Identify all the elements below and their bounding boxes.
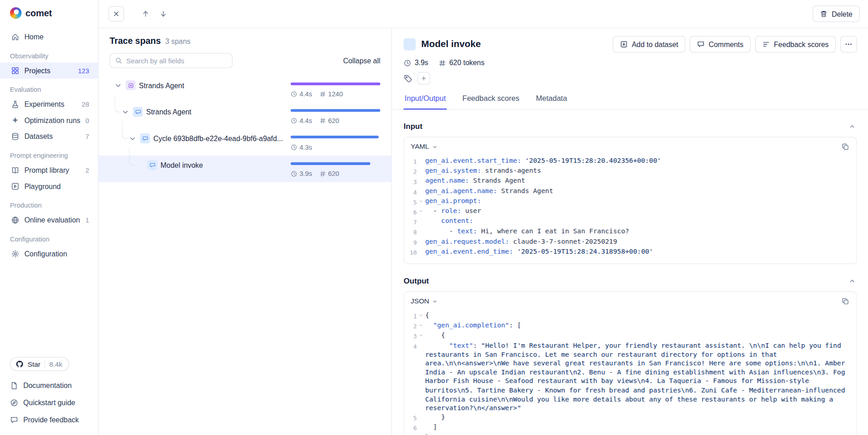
comet-logo[interactable]: comet bbox=[0, 0, 98, 24]
line-number: 4 bbox=[407, 186, 417, 196]
play-icon bbox=[11, 182, 19, 190]
github-star-button[interactable]: Star 8.4k bbox=[10, 357, 69, 371]
line-number: 3 bbox=[407, 176, 417, 186]
clock-icon bbox=[291, 118, 297, 124]
delete-button[interactable]: Delete bbox=[813, 5, 860, 22]
sidebar-item-experiments[interactable]: Experiments28 bbox=[0, 96, 98, 113]
footer-link-provide-feedback[interactable]: Provide feedback bbox=[10, 411, 88, 429]
trace-spans-title: Trace spans bbox=[109, 36, 160, 46]
tree-chevron-down-icon[interactable] bbox=[121, 108, 129, 116]
code-text: gen_ai.event.start_time: '2025-05-19T15:… bbox=[425, 156, 849, 165]
sidebar-item-projects[interactable]: Projects123 bbox=[0, 62, 98, 79]
span-name: Strands Agent bbox=[139, 81, 189, 89]
sidebar-item-configuration[interactable]: Configuration bbox=[0, 246, 98, 262]
span-duration-bar bbox=[291, 162, 380, 165]
input-format-select[interactable]: YAML bbox=[411, 143, 438, 151]
topbar: Delete bbox=[99, 0, 868, 28]
sidebar-item-prompt-library[interactable]: Prompt library2 bbox=[0, 162, 98, 179]
doc-icon bbox=[10, 382, 18, 390]
tab-feedback-scores[interactable]: Feedback scores bbox=[461, 93, 520, 110]
fold-chevron-icon[interactable] bbox=[417, 196, 425, 203]
tab-input-output[interactable]: Input/Output bbox=[404, 93, 447, 110]
sidebar-item-online-evaluation[interactable]: Online evaluation1 bbox=[0, 212, 98, 228]
content-area: Trace spans 3 spans Collapse all Strands… bbox=[99, 28, 868, 435]
span-name: Model invoke bbox=[160, 161, 208, 169]
add-tag-button[interactable] bbox=[417, 72, 430, 85]
sidebar-item-optimization-runs[interactable]: Optimization runs0 bbox=[0, 113, 98, 129]
ellipsis-icon bbox=[845, 40, 853, 48]
line-number: 8 bbox=[407, 227, 417, 236]
comet-logo-text: comet bbox=[25, 8, 52, 18]
trace-spans-title-row: Trace spans 3 spans bbox=[109, 36, 380, 46]
sidebar-item-label: Datasets bbox=[24, 132, 53, 141]
globe-icon bbox=[11, 216, 19, 224]
copy-icon bbox=[841, 143, 849, 151]
line-number: 3 bbox=[407, 331, 417, 341]
arrow-down-icon bbox=[160, 10, 167, 18]
feedback-icon bbox=[10, 416, 18, 424]
trace-span-row[interactable]: Cycle 693b8dfb-e22e-4ead-9bf6-a9afd...4.… bbox=[99, 129, 392, 156]
previous-trace-button[interactable] bbox=[138, 6, 153, 21]
star-count: 8.4k bbox=[44, 360, 62, 368]
span-metrics: 3.9s620 bbox=[291, 170, 380, 178]
sidebar-item-label: Configuration bbox=[24, 250, 67, 258]
sidebar-item-home[interactable]: Home bbox=[0, 29, 98, 45]
footer-link-documentation[interactable]: Documentation bbox=[10, 377, 88, 394]
span-duration-value: 4.4s bbox=[299, 117, 312, 124]
chat-bubble-icon bbox=[147, 160, 157, 170]
sidebar-item-count: 28 bbox=[82, 100, 89, 108]
trace-span-row[interactable]: Model invoke3.9s620 bbox=[99, 156, 392, 182]
feedback-scores-button[interactable]: Feedback scores bbox=[755, 36, 836, 53]
input-section-head: Input bbox=[404, 121, 857, 131]
sidebar-item-datasets[interactable]: Datasets7 bbox=[0, 128, 98, 145]
tree-chevron-down-icon[interactable] bbox=[114, 81, 122, 89]
comments-button[interactable]: Comments bbox=[690, 36, 751, 53]
fold-spacer bbox=[417, 423, 425, 425]
fold-chevron-icon[interactable] bbox=[417, 207, 425, 214]
line-number: 6 bbox=[407, 207, 417, 217]
fold-chevron-icon[interactable] bbox=[417, 321, 425, 328]
tags-row bbox=[404, 72, 857, 85]
sidebar-item-playground[interactable]: Playground bbox=[0, 178, 98, 194]
code-line: 8 - text: Hi, where can I eat in San Fra… bbox=[407, 227, 849, 236]
tab-metadata[interactable]: Metadata bbox=[535, 93, 568, 110]
code-line: 4 "text": "Hello! I'm Restaurant Helper,… bbox=[407, 341, 849, 413]
book-icon bbox=[11, 166, 19, 174]
output-copy-button[interactable] bbox=[840, 296, 850, 306]
output-collapse-button[interactable] bbox=[847, 276, 857, 286]
sidebar-item-count: 7 bbox=[85, 132, 89, 140]
input-collapse-button[interactable] bbox=[847, 121, 857, 131]
hash-icon bbox=[319, 118, 326, 124]
output-code-block: JSON 1{2 "gen_ai.completion": [3 {4 "tex… bbox=[404, 291, 857, 435]
fold-chevron-icon[interactable] bbox=[417, 331, 425, 338]
next-trace-button[interactable] bbox=[156, 6, 171, 21]
database-icon bbox=[11, 132, 19, 141]
add-to-dataset-button[interactable]: Add to dataset bbox=[613, 36, 685, 53]
sidebar-item-count: 1 bbox=[85, 216, 89, 224]
arrow-up-icon bbox=[142, 10, 149, 18]
code-line: 2gen_ai.system: strands-agents bbox=[407, 166, 849, 176]
tree-chevron-down-icon[interactable] bbox=[128, 134, 137, 142]
search-input[interactable] bbox=[126, 57, 227, 65]
trace-span-row[interactable]: Strands Agent4.4s1240 bbox=[99, 76, 392, 103]
input-copy-button[interactable] bbox=[840, 142, 850, 151]
hash-icon bbox=[319, 170, 326, 177]
collapse-all-button[interactable]: Collapse all bbox=[343, 57, 380, 65]
fold-chevron-icon[interactable] bbox=[417, 311, 425, 318]
trace-span-row[interactable]: Strands Agent4.4s620 bbox=[99, 103, 392, 129]
clock-icon bbox=[291, 144, 297, 151]
more-actions-button[interactable] bbox=[840, 36, 857, 53]
close-button[interactable] bbox=[108, 6, 124, 21]
sidebar-section-header: Observability bbox=[0, 45, 98, 62]
footer-link-quickstart-guide[interactable]: Quickstart guide bbox=[10, 394, 88, 411]
duration-bar-fill bbox=[291, 82, 380, 85]
sidebar-nav: HomeObservabilityProjects123EvaluationEx… bbox=[0, 24, 98, 357]
comet-logo-icon bbox=[10, 7, 22, 19]
code-text: ] bbox=[425, 423, 849, 432]
comments-label: Comments bbox=[709, 40, 744, 48]
agent-icon bbox=[126, 80, 136, 90]
trace-spans-count: 3 spans bbox=[165, 37, 191, 45]
gear-icon bbox=[11, 250, 19, 258]
sidebar-section-header: Prompt engineering bbox=[0, 145, 98, 162]
output-format-select[interactable]: JSON bbox=[411, 298, 438, 305]
